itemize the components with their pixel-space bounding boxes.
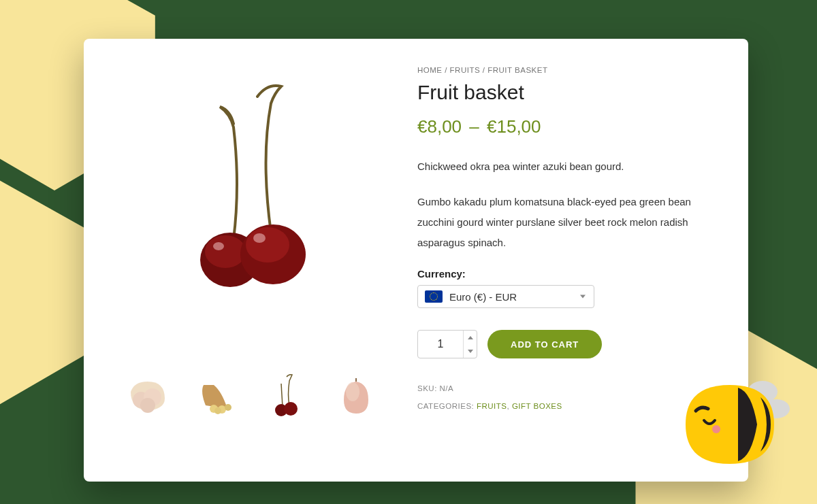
hexagon-decoration-left bbox=[0, 177, 95, 408]
product-categories: CATEGORIES: FRUITS, GIFT BOXES bbox=[417, 402, 714, 410]
product-title: Fruit basket bbox=[417, 81, 714, 104]
breadcrumb: HOME / FRUITS / FRUIT BASKET bbox=[417, 66, 714, 74]
price-low: €8,00 bbox=[417, 116, 462, 137]
svg-point-5 bbox=[213, 242, 224, 250]
quantity-decrease-icon[interactable] bbox=[464, 344, 477, 358]
quantity-value: 1 bbox=[418, 338, 463, 350]
breadcrumb-current: FRUIT BASKET bbox=[487, 66, 547, 74]
quantity-stepper[interactable]: 1 bbox=[417, 330, 477, 358]
add-to-cart-button[interactable]: ADD TO CART bbox=[487, 330, 602, 358]
category-link-gift-boxes[interactable]: GIFT BOXES bbox=[512, 402, 562, 410]
svg-point-4 bbox=[205, 235, 246, 268]
price-high: €15,00 bbox=[487, 116, 541, 137]
product-card: HOME / FRUITS / FRUIT BASKET Fruit baske… bbox=[84, 39, 748, 482]
product-details: HOME / FRUITS / FRUIT BASKET Fruit baske… bbox=[417, 63, 714, 461]
product-sku: SKU: N/A bbox=[417, 384, 714, 392]
thumbnail-3[interactable] bbox=[257, 365, 317, 425]
svg-point-11 bbox=[140, 398, 155, 413]
product-thumbnails bbox=[118, 365, 390, 425]
svg-point-7 bbox=[246, 227, 289, 263]
product-gallery bbox=[118, 63, 390, 461]
eu-flag-icon bbox=[425, 290, 443, 303]
product-price: €8,00 – €15,00 bbox=[417, 116, 714, 137]
currency-label: Currency: bbox=[417, 268, 714, 280]
quantity-increase-icon[interactable] bbox=[464, 331, 477, 344]
thumbnail-4[interactable] bbox=[326, 365, 386, 425]
currency-select[interactable]: Euro (€) - EUR bbox=[417, 285, 594, 308]
product-main-image[interactable] bbox=[118, 63, 390, 321]
sku-value: N/A bbox=[440, 384, 454, 392]
breadcrumb-home[interactable]: HOME bbox=[417, 66, 443, 74]
svg-point-17 bbox=[284, 402, 298, 416]
product-description-2: Gumbo kakadu plum komatsuna black-eyed p… bbox=[417, 192, 714, 253]
chevron-down-icon bbox=[580, 295, 586, 299]
svg-point-15 bbox=[214, 407, 221, 414]
svg-point-14 bbox=[225, 404, 231, 411]
svg-point-18 bbox=[346, 382, 359, 401]
add-to-cart-row: 1 ADD TO CART bbox=[417, 330, 714, 358]
svg-point-8 bbox=[253, 233, 266, 243]
thumbnail-1[interactable] bbox=[118, 365, 178, 425]
category-link-fruits[interactable]: FRUITS bbox=[477, 402, 507, 410]
product-description-1: Chickweed okra pea winter azuki bean gou… bbox=[417, 156, 714, 177]
bee-mascot-icon bbox=[675, 371, 791, 467]
breadcrumb-fruits[interactable]: FRUITS bbox=[450, 66, 481, 74]
svg-point-21 bbox=[712, 425, 720, 433]
sku-label: SKU: bbox=[417, 384, 437, 392]
thumbnail-2[interactable] bbox=[187, 365, 247, 425]
price-separator: – bbox=[469, 116, 479, 137]
currency-selected-value: Euro (€) - EUR bbox=[449, 291, 517, 303]
svg-marker-1 bbox=[0, 177, 94, 408]
categories-label: CATEGORIES: bbox=[417, 402, 474, 410]
